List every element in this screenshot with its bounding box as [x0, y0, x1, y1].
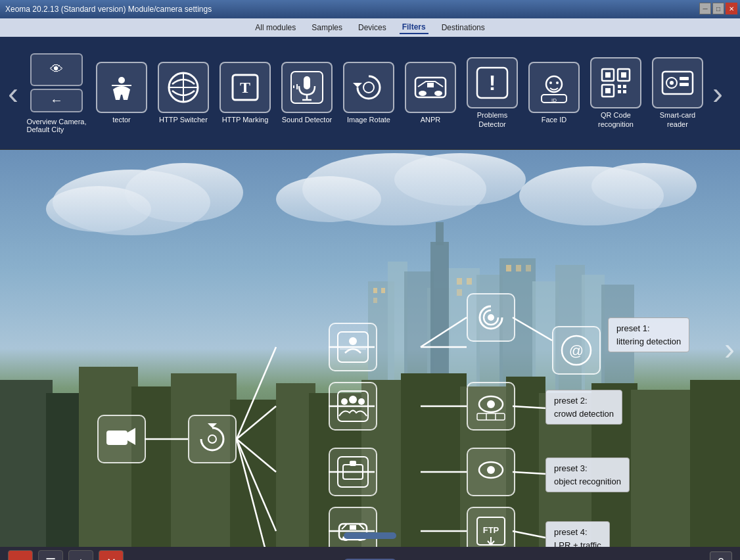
module-qr-code[interactable]: QR Code recognition [586, 57, 645, 128]
svg-text:T: T [240, 79, 250, 96]
http-marking-icon: T [227, 70, 263, 105]
module-motion-detector[interactable]: tector [92, 62, 151, 124]
http-marking-icon-box: T [220, 62, 271, 113]
svg-text:FTP: FTP [483, 525, 499, 535]
lpr-node[interactable] [329, 507, 377, 547]
svg-line-89 [237, 347, 276, 439]
eye-grid-node1[interactable] [467, 382, 515, 431]
help-button[interactable]: ? [710, 551, 732, 560]
qr-code-label: QR Code recognition [598, 111, 634, 128]
nav-all-modules[interactable]: All modules [252, 22, 298, 34]
eye-grid-icon1 [474, 390, 507, 423]
ftp-icon: FTP [474, 515, 507, 547]
svg-rect-33 [623, 85, 626, 88]
email-icon: @ [560, 334, 593, 367]
svg-point-16 [419, 91, 427, 96]
svg-text:ID: ID [551, 97, 557, 103]
image-rotate-icon [351, 70, 386, 105]
svg-rect-18 [427, 83, 434, 87]
minimize-button[interactable]: ─ [699, 3, 711, 14]
motion-detector-icon-box [96, 62, 147, 113]
side-left-panel: 👁 ← Overview Camera, Default City [24, 53, 89, 133]
problems-detector-label: Problems Detector [463, 111, 522, 128]
nav-devices[interactable]: Devices [356, 22, 389, 34]
image-rotate-icon-box [343, 62, 394, 113]
preset1-label: preset 1: littering detection [608, 317, 689, 352]
qr-code-icon [598, 65, 634, 101]
svg-point-22 [549, 82, 552, 84]
navbar: All modules Samples Devices Filters Dest… [0, 18, 740, 37]
motion-swirl-node[interactable] [467, 293, 515, 342]
arrow-icon-box[interactable]: ← [30, 89, 83, 112]
ptz-node[interactable] [188, 415, 237, 463]
svg-point-122 [341, 398, 348, 405]
nav-destinations[interactable]: Destinations [439, 22, 488, 34]
titlebar-controls: ─ □ ✕ [699, 3, 737, 14]
ftp-node[interactable]: FTP [467, 507, 515, 547]
svg-marker-112 [127, 428, 135, 445]
svg-text:!: ! [489, 71, 496, 95]
list-button[interactable]: ☰ [38, 550, 63, 560]
module-problems-detector[interactable]: ! Problems Detector [463, 57, 522, 128]
delete-button[interactable]: ✕ [99, 550, 124, 560]
svg-rect-8 [304, 76, 310, 89]
nav-filters[interactable]: Filters [400, 21, 428, 34]
preset2-label: preset 2: crowd detection [545, 390, 622, 425]
svg-marker-113 [208, 423, 217, 428]
eye-icon: 👁 [50, 62, 63, 77]
module-anpr[interactable]: ANPR [401, 62, 460, 124]
close-button[interactable]: ✕ [726, 3, 737, 14]
scroll-right-button[interactable]: › [710, 78, 726, 109]
svg-point-126 [487, 400, 495, 408]
svg-line-96 [513, 317, 552, 340]
module-face-id[interactable]: ID Face ID [524, 62, 584, 124]
module-image-rotate[interactable]: Image Rotate [339, 62, 398, 124]
svg-rect-27 [605, 72, 611, 78]
ptz-node-icon [196, 423, 229, 455]
svg-point-38 [670, 81, 674, 85]
eye-grid-icon2 [474, 455, 507, 488]
module-http-switcher[interactable]: HTTP Switcher [154, 62, 213, 124]
eye-icon-box[interactable]: 👁 [30, 53, 83, 86]
maximize-button[interactable]: □ [712, 3, 724, 14]
http-switcher-icon [166, 70, 201, 105]
face-id-label: Face ID [542, 116, 567, 124]
image-rotate-label: Image Rotate [347, 116, 390, 124]
crowd-node[interactable] [329, 382, 377, 431]
svg-point-123 [349, 396, 357, 404]
object-detect-node[interactable] [329, 448, 377, 496]
http-switcher-label: HTTP Switcher [159, 116, 208, 124]
canvas-right-arrow[interactable]: › [724, 331, 735, 367]
object-detect-icon [336, 455, 369, 488]
nav-samples[interactable]: Samples [309, 22, 345, 34]
sound-detector-icon [289, 70, 325, 105]
svg-rect-115 [338, 332, 368, 362]
module-sound-detector[interactable]: Sound Detector [277, 62, 336, 124]
svg-rect-127 [477, 413, 505, 420]
module-smart-card[interactable]: Smart-card reader [648, 57, 707, 128]
back-button[interactable]: ← [8, 550, 33, 560]
eye-grid-node2[interactable] [467, 448, 515, 496]
scroll-left-button[interactable]: ‹ [5, 78, 21, 109]
smart-card-label: Smart-card reader [660, 111, 695, 128]
sound-detector-icon-box [281, 62, 333, 113]
qr-code-icon-box [590, 57, 641, 108]
svg-point-124 [358, 398, 365, 405]
smart-card-icon-box [652, 57, 703, 108]
people-detect-icon [336, 331, 369, 363]
svg-line-100 [513, 406, 545, 408]
svg-rect-31 [605, 88, 611, 93]
camera-node[interactable] [97, 415, 146, 463]
svg-marker-14 [353, 83, 362, 87]
svg-rect-35 [623, 90, 626, 93]
scroll-indicator [344, 532, 396, 539]
email-node[interactable]: @ [552, 326, 601, 375]
module-http-marking[interactable]: T HTTP Marking [216, 62, 275, 124]
svg-line-106 [513, 531, 545, 538]
people-detect-node[interactable] [329, 323, 377, 371]
anpr-label: ANPR [421, 116, 441, 124]
bottom-bar: ← ☰ + ✕ ? [0, 547, 740, 560]
anpr-icon-box [405, 62, 456, 113]
add-button[interactable]: + [68, 550, 93, 560]
svg-line-91 [237, 439, 276, 472]
